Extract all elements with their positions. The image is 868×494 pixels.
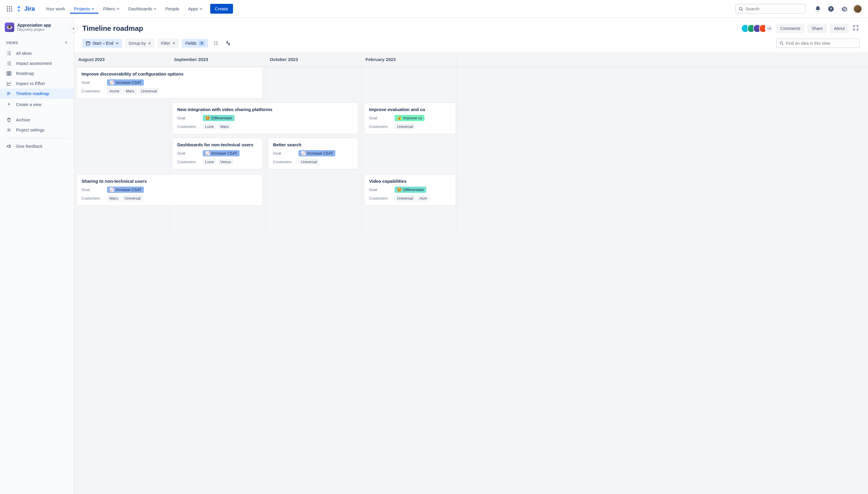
card-title: Sharing to non-technical users: [82, 178, 258, 184]
customers-label: Customers: [82, 89, 104, 93]
idea-card[interactable]: New integration with video sharing platf…: [172, 102, 358, 134]
chevron-down-icon: [199, 7, 202, 11]
sidebar-archive[interactable]: Archive: [0, 115, 74, 125]
customers-label: Customers: [369, 125, 392, 129]
sidebar-roadmap[interactable]: Roadmap: [0, 69, 74, 78]
sidebar-impact-effort[interactable]: Impact vs Effort: [0, 78, 74, 89]
idea-card[interactable]: Improve evaluation and co Goal 💰Improve …: [364, 102, 456, 134]
date-range-chip[interactable]: Start – End: [83, 39, 122, 48]
month-column: August 2023: [74, 52, 170, 66]
customer-tag[interactable]: Universal: [139, 88, 159, 94]
chevron-down-icon: [115, 42, 119, 45]
customer-tag[interactable]: Acme: [107, 88, 122, 94]
comments-button[interactable]: Comments: [776, 24, 804, 33]
idea-card[interactable]: Video capabilities Goal 🤩Differentiate C…: [364, 174, 456, 206]
find-box[interactable]: [776, 38, 860, 48]
svg-rect-12: [7, 72, 8, 75]
nav-your-work[interactable]: Your work: [41, 4, 69, 14]
sidebar-create-view[interactable]: +Create a view: [0, 99, 74, 110]
nav-items: Your work Projects Filters Dashboards Pe…: [41, 4, 233, 14]
timeline[interactable]: August 2023September 2023October 2023Feb…: [74, 52, 868, 494]
goal-tag[interactable]: 💰Improve co: [395, 115, 424, 121]
autosave-icon[interactable]: [223, 38, 233, 48]
customer-tag[interactable]: Lune: [203, 159, 216, 165]
customer-tag[interactable]: Lune: [203, 124, 216, 130]
customer-tag[interactable]: Universal: [395, 124, 415, 130]
nav-projects[interactable]: Projects: [70, 4, 98, 14]
timeline-lanes: Improve discoverability of configuration…: [74, 67, 868, 233]
share-button[interactable]: Share: [808, 24, 827, 33]
jira-logo[interactable]: Jira: [16, 5, 35, 12]
customer-tag[interactable]: Acm: [417, 195, 430, 202]
nav-people[interactable]: People: [161, 4, 183, 14]
goal-tag[interactable]: 🤩Differentiate: [203, 115, 235, 121]
fullscreen-icon[interactable]: [852, 24, 860, 33]
avatar-more[interactable]: +3: [765, 24, 773, 33]
idea-card[interactable]: Sharing to non-technical users Goal 📈Inc…: [76, 174, 263, 206]
goal-tag[interactable]: 📈Increase CSAT: [299, 150, 335, 156]
svg-point-4: [9, 8, 10, 10]
megaphone-icon: [6, 144, 12, 149]
logo-text: Jira: [24, 5, 35, 12]
svg-point-5: [11, 8, 12, 10]
search-icon: [739, 6, 743, 11]
customer-tag[interactable]: Universal: [122, 195, 143, 202]
notifications-icon[interactable]: [814, 5, 822, 13]
month-column: September 2023: [170, 52, 266, 66]
card-title: Improve discoverability of configuration…: [82, 71, 258, 76]
customer-tag[interactable]: Mars: [123, 88, 137, 94]
goal-tag[interactable]: 🤩Differentiate: [395, 187, 426, 193]
gear-icon: [6, 128, 12, 132]
toolbar: Start – End Group by+ Filter+ Fields3: [74, 37, 868, 52]
svg-point-1: [9, 6, 10, 7]
add-view-icon[interactable]: +: [65, 40, 68, 46]
app-switcher-icon[interactable]: [6, 5, 13, 13]
settings-icon[interactable]: [840, 5, 848, 13]
customers-label: Customers: [273, 159, 295, 164]
month-column: February 2023: [361, 52, 457, 66]
idea-card[interactable]: Better search Goal 📈Increase CSAT Custom…: [268, 138, 358, 169]
user-avatar[interactable]: [853, 4, 862, 13]
plus-icon: +: [6, 101, 12, 108]
card-title: Better search: [273, 142, 354, 147]
group-by-chip[interactable]: Group by+: [125, 38, 155, 48]
nav-apps[interactable]: Apps: [184, 4, 206, 14]
sidebar-timeline-roadmap[interactable]: Timeline roadmap: [0, 89, 74, 99]
chevron-down-icon: [153, 7, 157, 11]
customer-tag[interactable]: Universal: [395, 195, 415, 202]
sidebar: 👁️ Appreciation app Discovery project VI…: [0, 18, 74, 494]
svg-rect-16: [86, 42, 90, 45]
sidebar-impact-assessment[interactable]: Impact assessment: [0, 58, 74, 69]
format-icon[interactable]: [211, 38, 220, 48]
customer-tag[interactable]: Mars: [218, 124, 231, 130]
search-input[interactable]: [745, 6, 802, 11]
svg-rect-13: [8, 72, 10, 75]
project-header[interactable]: 👁️ Appreciation app Discovery project: [0, 22, 74, 37]
sidebar-all-ideas[interactable]: All ideas: [0, 48, 74, 58]
about-button[interactable]: About: [830, 24, 849, 33]
find-input[interactable]: [786, 41, 856, 45]
collapse-sidebar-button[interactable]: [70, 25, 78, 33]
svg-point-7: [9, 11, 10, 12]
svg-point-2: [11, 6, 12, 7]
customer-tag[interactable]: Venus: [218, 159, 233, 165]
fields-chip[interactable]: Fields3: [182, 39, 208, 48]
customers-label: Customers: [177, 159, 200, 164]
create-button[interactable]: Create: [210, 4, 233, 14]
customer-tag[interactable]: Mars: [107, 195, 120, 202]
goal-tag[interactable]: 📈Increase CSAT: [107, 79, 144, 86]
filter-chip[interactable]: Filter+: [158, 38, 179, 48]
goal-tag[interactable]: 📈Increase CSAT: [107, 187, 144, 193]
nav-dashboards[interactable]: Dashboards: [124, 4, 161, 14]
svg-point-6: [7, 11, 8, 12]
nav-filters[interactable]: Filters: [99, 4, 124, 14]
idea-card[interactable]: Dashboards for non-technical users Goal …: [172, 138, 263, 169]
customer-tag[interactable]: Universal: [299, 159, 319, 165]
idea-card[interactable]: Improve discoverability of configuration…: [76, 67, 263, 99]
search-box[interactable]: [735, 4, 806, 14]
avatar-stack[interactable]: +3: [743, 24, 773, 33]
help-icon[interactable]: ?: [827, 5, 835, 13]
sidebar-project-settings[interactable]: Project settings: [0, 125, 74, 135]
goal-tag[interactable]: 📈Increase CSAT: [203, 150, 239, 156]
sidebar-give-feedback[interactable]: Give feedback: [0, 141, 74, 151]
